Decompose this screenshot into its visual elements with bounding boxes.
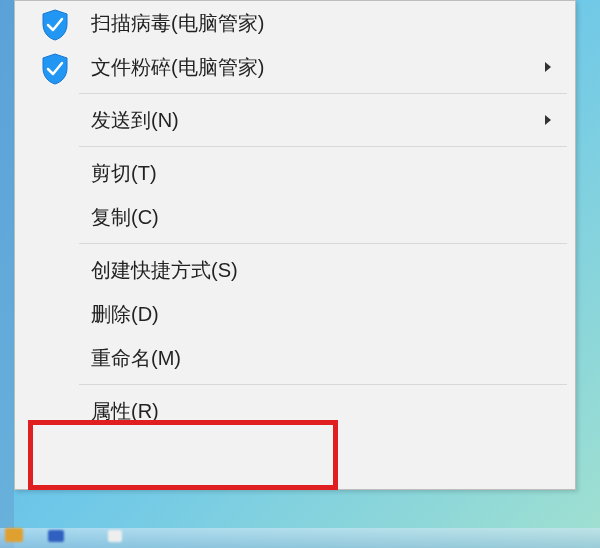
- menu-item-label: 复制(C): [91, 206, 159, 228]
- taskbar-icon[interactable]: [5, 528, 23, 542]
- menu-item-rename[interactable]: 重命名(M): [75, 336, 575, 380]
- context-menu-items: 扫描病毒(电脑管家) 文件粉碎(电脑管家) 发送到(N) 剪切(T) 复制(C)…: [75, 1, 575, 489]
- menu-item-label: 文件粉碎(电脑管家): [91, 56, 264, 78]
- shield-icon: [41, 9, 69, 41]
- taskbar[interactable]: [0, 528, 600, 548]
- menu-item-properties[interactable]: 属性(R): [75, 389, 575, 433]
- menu-item-scan-virus[interactable]: 扫描病毒(电脑管家): [75, 1, 575, 45]
- context-menu: 扫描病毒(电脑管家) 文件粉碎(电脑管家) 发送到(N) 剪切(T) 复制(C)…: [14, 0, 576, 490]
- menu-item-file-shred[interactable]: 文件粉碎(电脑管家): [75, 45, 575, 89]
- taskbar-icon[interactable]: [108, 530, 122, 542]
- menu-item-send-to[interactable]: 发送到(N): [75, 98, 575, 142]
- menu-item-delete[interactable]: 删除(D): [75, 292, 575, 336]
- taskbar-icon[interactable]: [48, 530, 64, 542]
- menu-separator: [79, 93, 567, 94]
- menu-separator: [79, 384, 567, 385]
- menu-item-create-shortcut[interactable]: 创建快捷方式(S): [75, 248, 575, 292]
- context-menu-icon-column: [15, 1, 75, 489]
- menu-item-cut[interactable]: 剪切(T): [75, 151, 575, 195]
- menu-item-label: 属性(R): [91, 400, 159, 422]
- menu-separator: [79, 243, 567, 244]
- menu-item-label: 创建快捷方式(S): [91, 259, 238, 281]
- menu-item-copy[interactable]: 复制(C): [75, 195, 575, 239]
- menu-item-label: 扫描病毒(电脑管家): [91, 12, 264, 34]
- menu-item-label: 剪切(T): [91, 162, 157, 184]
- submenu-arrow-icon: [545, 62, 551, 72]
- shield-icon: [41, 53, 69, 85]
- submenu-arrow-icon: [545, 115, 551, 125]
- menu-separator: [79, 146, 567, 147]
- desktop-background: 扫描病毒(电脑管家) 文件粉碎(电脑管家) 发送到(N) 剪切(T) 复制(C)…: [0, 0, 600, 548]
- menu-item-label: 重命名(M): [91, 347, 181, 369]
- desktop-left-strip: [0, 0, 14, 548]
- menu-item-label: 发送到(N): [91, 109, 179, 131]
- menu-item-label: 删除(D): [91, 303, 159, 325]
